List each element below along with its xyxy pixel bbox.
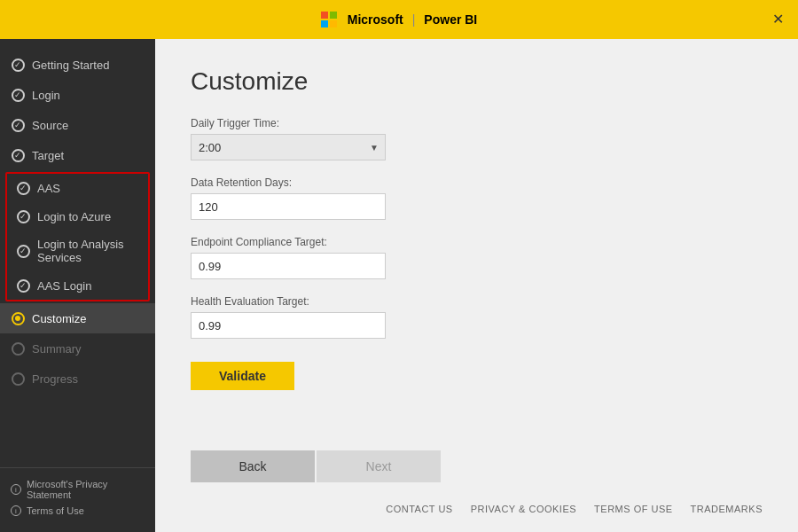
- next-button: Next: [317, 450, 441, 482]
- privacy-cookies-link[interactable]: PRIVACY & COOKIES: [471, 504, 576, 514]
- content-footer: CONTACT US PRIVACY & COOKIES TERMS OF US…: [191, 497, 763, 514]
- endpoint-compliance-target-group: Endpoint Compliance Target:: [191, 236, 763, 279]
- main-layout: Getting Started Login Source Target: [0, 39, 798, 532]
- daily-trigger-time-select-wrap: 2:00 3:00 4:00 5:00 6:00: [191, 134, 386, 160]
- validate-button[interactable]: Validate: [191, 362, 294, 390]
- data-retention-days-input[interactable]: [191, 193, 386, 220]
- sidebar-item-summary: Summary: [0, 333, 155, 364]
- sidebar-label-login-azure: Login to Azure: [37, 210, 111, 223]
- check-icon-source: [11, 118, 25, 132]
- sidebar-item-getting-started[interactable]: Getting Started: [0, 50, 155, 80]
- close-button[interactable]: ✕: [772, 12, 784, 27]
- daily-trigger-time-label: Daily Trigger Time:: [191, 117, 763, 129]
- topbar-separator: |: [412, 12, 416, 27]
- terms-of-use-label: Terms of Use: [27, 505, 84, 516]
- inactive-icon-summary: [11, 341, 25, 356]
- active-icon-customize: [11, 311, 25, 325]
- sidebar-nav: Getting Started Login Source Target: [0, 50, 155, 467]
- contact-us-link[interactable]: CONTACT US: [386, 504, 453, 514]
- trademarks-link[interactable]: TRADEMARKS: [691, 504, 763, 514]
- sidebar-item-login[interactable]: Login: [0, 80, 155, 110]
- check-icon-login: [11, 88, 25, 102]
- terms-of-use-footer-link[interactable]: TERMS OF USE: [594, 504, 673, 514]
- health-evaluation-target-group: Health Evaluation Target:: [191, 295, 763, 339]
- product-name: Power BI: [424, 12, 477, 27]
- sidebar-item-login-analysis[interactable]: Login to Analysis Services: [7, 231, 148, 271]
- customize-form: Daily Trigger Time: 2:00 3:00 4:00 5:00 …: [191, 117, 763, 450]
- topbar-brand: Microsoft | Power BI: [348, 12, 478, 27]
- check-icon-login-analysis: [16, 244, 30, 258]
- health-evaluation-target-input[interactable]: [191, 312, 386, 339]
- endpoint-compliance-target-label: Endpoint Compliance Target:: [191, 236, 763, 248]
- sidebar-item-source[interactable]: Source: [0, 110, 155, 140]
- sidebar-label-getting-started: Getting Started: [32, 59, 109, 72]
- check-icon-aas-login: [16, 278, 30, 293]
- content-area: Customize Daily Trigger Time: 2:00 3:00 …: [155, 39, 798, 532]
- back-button[interactable]: Back: [191, 450, 315, 482]
- sidebar-footer: i Microsoft's Privacy Statement i Terms …: [0, 467, 155, 532]
- highlighted-group: AAS Login to Azure Login to Analysis Ser…: [5, 172, 150, 301]
- page-title: Customize: [191, 67, 763, 96]
- sidebar: Getting Started Login Source Target: [0, 39, 155, 532]
- sidebar-item-target[interactable]: Target: [0, 140, 155, 170]
- sidebar-label-aas: AAS: [37, 182, 60, 195]
- info-icon-terms: i: [11, 505, 21, 516]
- sidebar-item-login-azure[interactable]: Login to Azure: [7, 202, 148, 231]
- inactive-icon-progress: [11, 372, 25, 386]
- sidebar-label-login-analysis: Login to Analysis Services: [37, 238, 139, 264]
- info-icon-privacy: i: [11, 484, 21, 495]
- topbar: Microsoft | Power BI ✕: [0, 0, 798, 39]
- sidebar-item-progress: Progress: [0, 364, 155, 394]
- check-icon-login-azure: [16, 209, 30, 223]
- daily-trigger-time-group: Daily Trigger Time: 2:00 3:00 4:00 5:00 …: [191, 117, 763, 160]
- privacy-statement-label: Microsoft's Privacy Statement: [27, 479, 145, 500]
- sidebar-label-progress: Progress: [32, 372, 78, 386]
- data-retention-days-label: Data Retention Days:: [191, 176, 763, 189]
- sidebar-label-summary: Summary: [32, 342, 82, 356]
- data-retention-days-group: Data Retention Days:: [191, 176, 763, 220]
- microsoft-logo-icon: [321, 12, 337, 27]
- check-icon-aas: [16, 181, 30, 195]
- check-icon-getting-started: [11, 58, 25, 72]
- privacy-statement-link[interactable]: i Microsoft's Privacy Statement: [11, 479, 145, 500]
- brand-name: Microsoft: [348, 12, 403, 27]
- sidebar-item-aas[interactable]: AAS: [7, 174, 148, 202]
- nav-buttons: Back Next: [191, 450, 763, 482]
- topbar-brand-area: Microsoft | Power BI: [321, 12, 478, 27]
- sidebar-item-aas-login[interactable]: AAS Login: [7, 271, 148, 300]
- endpoint-compliance-target-input[interactable]: [191, 253, 386, 279]
- daily-trigger-time-select[interactable]: 2:00 3:00 4:00 5:00 6:00: [191, 134, 386, 160]
- check-icon-target: [11, 148, 25, 162]
- sidebar-label-aas-login: AAS Login: [37, 279, 91, 293]
- sidebar-label-login: Login: [32, 89, 60, 102]
- sidebar-label-customize: Customize: [32, 312, 86, 325]
- sidebar-item-customize[interactable]: Customize: [0, 303, 155, 333]
- terms-of-use-link[interactable]: i Terms of Use: [11, 505, 145, 516]
- sidebar-label-source: Source: [32, 119, 68, 132]
- sidebar-label-target: Target: [32, 149, 64, 162]
- health-evaluation-target-label: Health Evaluation Target:: [191, 295, 763, 308]
